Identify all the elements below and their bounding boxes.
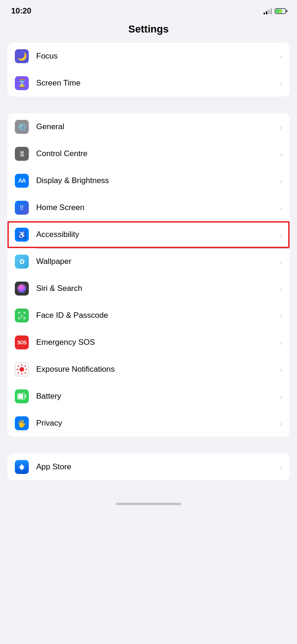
- svg-rect-4: [25, 395, 26, 398]
- app-store-chevron: ›: [280, 463, 282, 471]
- status-time: 10:20: [11, 7, 31, 16]
- settings-group-3: App Store ›: [7, 453, 290, 480]
- settings-row-general[interactable]: ⚙️ General ›: [7, 113, 290, 140]
- face-id-icon: [15, 309, 29, 322]
- siri-chevron: ›: [280, 285, 282, 293]
- accessibility-label: Accessibility: [36, 230, 276, 239]
- screen-time-label: Screen Time: [36, 79, 276, 88]
- display-brightness-label: Display & Brightness: [36, 176, 276, 185]
- siri-icon: [15, 282, 29, 296]
- emergency-sos-icon: SOS: [15, 335, 29, 349]
- battery-chevron: ›: [280, 393, 282, 401]
- face-id-chevron: ›: [280, 312, 282, 320]
- settings-row-wallpaper[interactable]: ✿ Wallpaper ›: [7, 248, 290, 275]
- page-title: Settings: [129, 23, 169, 35]
- settings-row-emergency-sos[interactable]: SOS Emergency SOS ›: [7, 329, 290, 356]
- screen-time-icon: ⌛: [15, 76, 29, 90]
- settings-row-face-id[interactable]: Face ID & Passcode ›: [7, 302, 290, 329]
- general-chevron: ›: [280, 123, 282, 131]
- exposure-chevron: ›: [280, 366, 282, 374]
- home-screen-icon: ⠿: [15, 201, 29, 215]
- emergency-sos-label: Emergency SOS: [36, 338, 276, 347]
- general-icon: ⚙️: [15, 120, 29, 134]
- siri-search-label: Siri & Search: [36, 284, 276, 293]
- settings-row-privacy[interactable]: 🖐 Privacy ›: [7, 410, 290, 437]
- settings-row-exposure[interactable]: Exposure Notifications ›: [7, 356, 290, 383]
- battery-row-icon: [15, 389, 29, 403]
- privacy-label: Privacy: [36, 419, 276, 428]
- svg-point-1: [23, 315, 24, 315]
- svg-point-0: [20, 315, 21, 315]
- emergency-sos-chevron: ›: [280, 339, 282, 347]
- screen-time-chevron: ›: [280, 79, 282, 87]
- exposure-icon: [15, 362, 29, 376]
- status-bar: 10:20 ⚡: [0, 0, 297, 20]
- settings-row-siri-search[interactable]: Siri & Search ›: [7, 275, 290, 302]
- settings-row-screen-time[interactable]: ⌛ Screen Time ›: [7, 70, 290, 97]
- home-bar: [116, 503, 181, 505]
- control-centre-label: Control Centre: [36, 149, 276, 158]
- focus-icon: 🌙: [15, 49, 29, 63]
- settings-row-accessibility[interactable]: ♿ Accessibility ›: [7, 221, 290, 248]
- settings-row-battery[interactable]: Battery ›: [7, 383, 290, 410]
- focus-label: Focus: [36, 52, 276, 61]
- privacy-chevron: ›: [280, 420, 282, 427]
- wallpaper-label: Wallpaper: [36, 257, 276, 266]
- settings-group-1: 🌙 Focus › ⌛ Screen Time ›: [7, 43, 290, 97]
- privacy-icon: 🖐: [15, 416, 29, 430]
- settings-row-focus[interactable]: 🌙 Focus ›: [7, 43, 290, 70]
- wallpaper-chevron: ›: [280, 258, 282, 266]
- battery-label: Battery: [36, 392, 276, 401]
- settings-row-home-screen[interactable]: ⠿ Home Screen ›: [7, 194, 290, 221]
- svg-rect-3: [18, 394, 23, 399]
- display-brightness-icon: AA: [15, 174, 29, 188]
- home-indicator: [0, 497, 297, 509]
- accessibility-chevron: ›: [280, 231, 282, 239]
- accessibility-icon: ♿: [15, 228, 29, 242]
- exposure-label: Exposure Notifications: [36, 365, 276, 374]
- battery-status-icon: ⚡: [275, 8, 286, 14]
- general-label: General: [36, 122, 276, 131]
- settings-group-2: ⚙️ General › 🎛 Control Centre › AA Displ…: [7, 113, 290, 437]
- page-header: Settings: [0, 20, 297, 43]
- focus-chevron: ›: [280, 53, 282, 60]
- app-store-icon: [15, 460, 29, 474]
- status-icons: ⚡: [264, 8, 286, 14]
- control-centre-icon: 🎛: [15, 147, 29, 161]
- home-screen-label: Home Screen: [36, 203, 276, 212]
- control-centre-chevron: ›: [280, 150, 282, 158]
- settings-row-display-brightness[interactable]: AA Display & Brightness ›: [7, 167, 290, 194]
- face-id-label: Face ID & Passcode: [36, 311, 276, 320]
- settings-row-app-store[interactable]: App Store ›: [7, 453, 290, 480]
- signal-icon: [264, 8, 272, 14]
- app-store-label: App Store: [36, 462, 276, 472]
- settings-row-control-centre[interactable]: 🎛 Control Centre ›: [7, 140, 290, 167]
- home-screen-chevron: ›: [280, 204, 282, 212]
- display-brightness-chevron: ›: [280, 177, 282, 185]
- wallpaper-icon: ✿: [15, 255, 29, 269]
